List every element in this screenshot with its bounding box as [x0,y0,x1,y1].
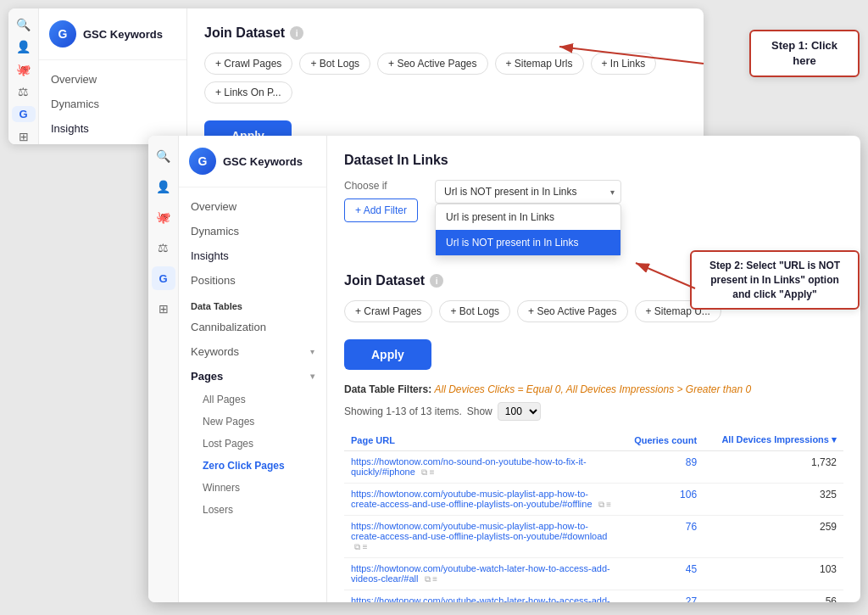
sidebar-front: G GSC Keywords Overview Dynamics Insight… [179,136,327,602]
showing-text: Showing 1-13 of 13 items. [344,405,462,417]
url-cell[interactable]: https://howtonow.com/youtube-music-playl… [344,484,620,516]
octopus-icon[interactable]: 🐙 [12,62,36,77]
subnav-lost-pages-f[interactable]: Lost Pages [191,433,326,455]
tag-links-on-p[interactable]: + Links On P... [204,81,292,103]
sidebar-header-back: G GSC Keywords [39,8,186,60]
url-icons: ⧉ ≡ [425,574,438,584]
sidebar-nav-back: Overview Dynamics Insights Positions Dat… [39,60,186,144]
join-dataset-title-back: Join Dataset i [204,25,687,41]
impressions-cell: 1,732 [704,451,843,484]
tag-bot-logs[interactable]: + Bot Logs [299,53,370,75]
main-content-front: Dataset In Links Choose if + Add Filter … [327,136,860,602]
show-label: Show [467,405,492,417]
tag-bot-logs-f[interactable]: + Bot Logs [439,300,510,322]
subnav-losers-f[interactable]: Losers [191,499,326,521]
sidebar-item-overview-f[interactable]: Overview [179,194,326,219]
filter-chips: All Devices Clicks = Equal 0, All Device… [434,383,751,395]
url-cell[interactable]: https://howtonow.com/youtube-music-playl… [344,516,620,558]
url-cell[interactable]: https://howtonow.com/youtube-watch-later… [344,590,620,603]
sidebar-item-keywords-f[interactable]: Keywords▾ [179,339,326,364]
subnav-new-pages-f[interactable]: New Pages [191,411,326,433]
table-row: https://howtonow.com/youtube-watch-later… [344,558,843,590]
search-icon[interactable]: 🔍 [12,17,36,32]
sidebar-nav-front: Overview Dynamics Insights Positions Dat… [179,187,326,528]
tag-seo-active[interactable]: + Seo Active Pages [377,53,487,75]
sidebar-header-front: G GSC Keywords [179,136,326,187]
choose-if-group: Choose if + Add Filter [344,180,418,222]
google-icon[interactable]: G [12,106,36,121]
chevron-icon-2-f: ▾ [310,372,314,381]
icon-bar-back: 🔍 👤 🐙 ⚖ G ⊞ [8,8,39,144]
scale-icon[interactable]: ⚖ [12,84,36,99]
url-cell[interactable]: https://howtonow.com/youtube-watch-later… [344,558,620,590]
tag-sitemap-urls[interactable]: + Sitemap Urls [495,53,584,75]
sidebar-label: Dynamics [51,98,99,110]
subnav-winners-f[interactable]: Winners [191,477,326,499]
octopus-icon-f[interactable]: 🐙 [152,205,175,229]
queries-cell: 45 [620,558,704,590]
queries-cell: 76 [620,516,704,558]
chevron-icon-f: ▾ [310,347,314,356]
info-icon: i [290,26,303,40]
queries-cell: 106 [620,484,704,516]
add-filter-button[interactable]: + Add Filter [344,198,418,222]
search-icon-f[interactable]: 🔍 [152,144,175,168]
user-icon-f[interactable]: 👤 [152,175,175,198]
sidebar-item-pages-f[interactable]: Pages▾ [179,364,326,389]
sidebar-label: Overview [51,73,97,86]
table-row: https://howtonow.com/no-sound-on-youtube… [344,451,843,484]
sidebar-title-front: GSC Keywords [223,155,303,168]
data-table: Page URL Queries count All Devices Impre… [344,429,843,602]
tag-seo-active-f[interactable]: + Seo Active Pages [517,300,627,322]
url-condition-select[interactable]: Url is present in In Links Url is NOT pr… [435,180,621,204]
sidebar-item-insights-f[interactable]: Insights [179,243,326,268]
table-row: https://howtonow.com/youtube-music-playl… [344,484,843,516]
grid-icon-f[interactable]: ⊞ [152,297,175,321]
impressions-cell: 325 [704,484,843,516]
showing-row: Showing 1-13 of 13 items. Show 100 [344,402,843,421]
dropdown-options-list: Url is present in In Links Url is NOT pr… [435,204,621,256]
sidebar-item-dynamics-f[interactable]: Dynamics [179,219,326,243]
tag-crawl-pages[interactable]: + Crawl Pages [204,53,292,75]
main-content-back: Join Dataset i + Crawl Pages + Bot Logs … [187,8,704,144]
sidebar-item-positions-f[interactable]: Positions [179,268,326,293]
scale-icon-f[interactable]: ⚖ [152,236,175,260]
subnav-zero-click-f[interactable]: Zero Click Pages [191,455,326,477]
dataset-in-links-section: Dataset In Links Choose if + Add Filter … [344,153,843,222]
sidebar-back: G GSC Keywords Overview Dynamics Insight… [39,8,187,144]
dropdown-wrapper: Url is present in In Links Url is NOT pr… [435,180,621,204]
option-url-present[interactable]: Url is present in In Links [436,204,620,230]
sidebar-title-back: GSC Keywords [83,28,163,41]
apply-button-front[interactable]: Apply [344,339,431,370]
user-icon[interactable]: 👤 [12,39,36,54]
google-icon-f[interactable]: G [152,266,175,290]
filters-label: Data Table Filters: [344,383,431,395]
subnav-all-pages-f[interactable]: All Pages [191,389,326,411]
table-row: https://howtonow.com/youtube-watch-later… [344,590,843,603]
info-icon-front: i [430,274,443,288]
show-select[interactable]: 100 [498,402,541,421]
step1-callout: Step 1: Click here [749,30,860,77]
sidebar-item-overview[interactable]: Overview [39,67,186,92]
pages-subnav-front: All Pages New Pages Lost Pages Zero Clic… [179,389,326,521]
panel-back: 🔍 👤 🐙 ⚖ G ⊞ G GSC Keywords Overview Dyna… [8,8,704,144]
url-icons: ⧉ ≡ [421,467,435,477]
sidebar-item-dynamics[interactable]: Dynamics [39,92,186,116]
col-impressions[interactable]: All Devices Impressions ▾ [704,429,843,451]
tag-in-links[interactable]: + In Links [591,53,657,75]
step2-callout: Step 2: Select "URL is NOT present in In… [690,250,860,310]
icon-bar-front: 🔍 👤 🐙 ⚖ G ⊞ [148,136,179,602]
url-icons: ⧉ ≡ [354,542,368,551]
table-row: https://howtonow.com/youtube-music-playl… [344,516,843,558]
tag-crawl-pages-f[interactable]: + Crawl Pages [344,300,432,322]
url-cell[interactable]: https://howtonow.com/no-sound-on-youtube… [344,451,620,484]
grid-icon[interactable]: ⊞ [12,129,36,144]
queries-cell: 27 [620,590,704,603]
col-page-url: Page URL [344,429,620,451]
option-url-not-present[interactable]: Url is NOT present in In Links [436,230,620,255]
sidebar-item-cannibalization-f[interactable]: Cannibalization [179,315,326,339]
panel-front: 🔍 👤 🐙 ⚖ G ⊞ G GSC Keywords Overview Dyna… [148,136,860,602]
url-icons: ⧉ ≡ [598,500,612,509]
col-queries[interactable]: Queries count [620,429,704,451]
logo-front: G [189,148,216,175]
